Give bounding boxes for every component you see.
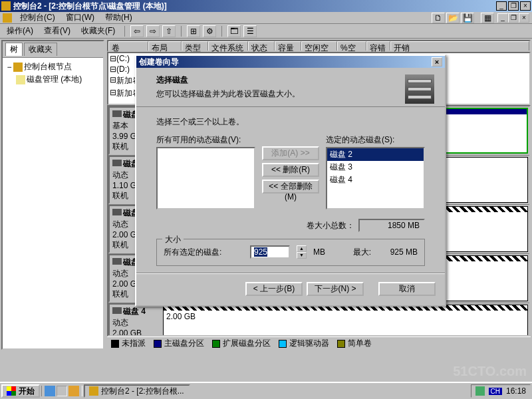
disk-volume[interactable]: 2.00 GB <box>163 305 528 336</box>
selected-disks-listbox[interactable]: 磁盘 2 磁盘 3 磁盘 4 <box>326 147 425 209</box>
tray-icon[interactable] <box>475 386 485 396</box>
nav-up[interactable]: ⇧ <box>162 25 176 37</box>
col-vol[interactable]: 卷 <box>108 41 148 51</box>
taskbar: 开始 控制台2 - [2:控制台根... CH 16:18 <box>0 382 532 399</box>
tb-fav[interactable]: 收藏夹(F) <box>77 25 119 37</box>
col-status[interactable]: 状态 <box>248 41 275 51</box>
back-button[interactable]: < 上一步(B) <box>245 282 303 296</box>
disk-icon <box>112 307 122 314</box>
add-button[interactable]: 添加(A) >> <box>262 146 319 160</box>
mdi-min[interactable]: _ <box>497 13 508 23</box>
desktop-icon[interactable] <box>57 386 67 396</box>
tb-view[interactable]: 查看(V) <box>40 25 74 37</box>
minimize-button[interactable]: _ <box>496 1 507 11</box>
tree-panel: 树 收藏夹 − 控制台根节点 磁盘管理 (本地) <box>1 40 104 350</box>
watermark: 51CTO.com <box>453 364 527 379</box>
col-pct[interactable]: %空闲 <box>337 41 366 51</box>
tree-root-label: 控制台根节点 <box>24 61 72 72</box>
windows-flag-icon <box>7 386 16 396</box>
taskbar-app-button[interactable]: 控制台2 - [2:控制台根... <box>84 384 190 398</box>
ie-icon[interactable] <box>45 386 55 396</box>
ime-indicator[interactable]: CH <box>489 388 502 395</box>
list-item[interactable]: 磁盘 3 <box>327 161 424 174</box>
open-icon[interactable]: 📂 <box>446 13 460 23</box>
legend-swatch <box>337 340 345 348</box>
disk-row: 磁盘 4 动态2.00 GB联机 2.00 GB <box>108 303 529 336</box>
outlook-icon[interactable] <box>68 386 79 396</box>
tb-refresh-icon[interactable]: ⊞ <box>187 25 200 37</box>
col-type[interactable]: 类型 <box>182 41 208 51</box>
save-icon[interactable]: 💾 <box>461 13 474 23</box>
size-spinner[interactable]: ▲▼ <box>297 245 307 259</box>
col-layout[interactable]: 布局 <box>148 41 182 51</box>
legend-swatch <box>279 340 287 348</box>
menu-help[interactable]: 帮助(H) <box>100 11 138 24</box>
nav-back[interactable]: ⇦ <box>130 25 144 37</box>
total-value: 1850 MB <box>358 219 425 232</box>
close-button[interactable]: × <box>520 1 531 11</box>
tab-tree[interactable]: 树 <box>5 43 23 56</box>
legend-swatch <box>111 340 119 348</box>
next-button[interactable]: 下一步(N) > <box>307 282 364 296</box>
dialog-title-text: 创建卷向导 <box>139 57 432 68</box>
newwin-icon[interactable]: ▦ <box>481 13 494 23</box>
tree-root[interactable]: − 控制台根节点 <box>5 61 100 73</box>
cancel-button[interactable]: 取消 <box>378 282 436 296</box>
available-disks-listbox[interactable] <box>156 147 255 209</box>
start-button[interactable]: 开始 <box>1 384 40 398</box>
dialog-subheading: 您可以选择磁盘并为此卷设置磁盘大小。 <box>156 88 405 100</box>
size-unit: MB <box>313 247 325 257</box>
list-item[interactable]: 磁盘 2 <box>327 148 424 161</box>
list-item[interactable]: 磁盘 4 <box>327 174 424 186</box>
mdi-close[interactable]: × <box>519 13 529 23</box>
app-icon <box>89 386 98 396</box>
all-disks-label: 所有选定的磁盘: <box>164 247 243 258</box>
dialog-instruction: 选择三个或三个以上卷。 <box>156 116 425 128</box>
size-group-label: 大小 <box>162 234 184 245</box>
col-fs[interactable]: 文件系统 <box>208 41 248 51</box>
col-oh[interactable]: 开销 <box>390 41 529 51</box>
volume-list-header: 卷 布局 类型 文件系统 状态 容量 空闲空间 %空闲 容错 开销 <box>107 40 531 52</box>
max-value: 925 MB <box>378 247 418 257</box>
col-cap[interactable]: 容量 <box>275 41 301 51</box>
total-label: 卷大小总数： <box>307 220 354 231</box>
legend: 未指派 主磁盘分区 扩展磁盘分区 逻辑驱动器 简单卷 <box>107 336 531 350</box>
new-icon[interactable]: 🗋 <box>432 13 445 23</box>
tree-disk-mgmt[interactable]: 磁盘管理 (本地) <box>16 73 100 86</box>
dialog-header: 选择磁盘 您可以选择磁盘并为此卷设置磁盘大小。 <box>136 68 445 107</box>
restore-button[interactable]: ❐ <box>508 1 519 11</box>
max-label: 最大: <box>353 247 371 258</box>
menu-window[interactable]: 窗口(W) <box>61 11 100 24</box>
window-title: 控制台2 - [2:控制台根节点\磁盘管理 (本地)] <box>13 1 496 12</box>
available-disks-label: 所有可用的动态磁盘(V): <box>156 134 255 146</box>
remove-all-button[interactable]: << 全部删除(M) <box>262 180 319 194</box>
disk-icon <box>112 209 122 215</box>
col-ft[interactable]: 容错 <box>366 41 390 51</box>
tb-action[interactable]: 操作(A) <box>3 25 37 37</box>
menu-console[interactable]: 控制台(C) <box>15 11 61 24</box>
tab-fav[interactable]: 收藏夹 <box>24 43 57 56</box>
main-titlebar: 控制台2 - [2:控制台根节点\磁盘管理 (本地)] _ ❐ × <box>0 0 532 12</box>
col-free[interactable]: 空闲空间 <box>301 41 337 51</box>
dialog-titlebar[interactable]: 创建卷向导 × <box>136 56 445 68</box>
clock[interactable]: 16:18 <box>506 386 526 396</box>
legend-swatch <box>154 340 162 348</box>
menubar: 控制台(C) 窗口(W) 帮助(H) 🗋 📂 💾 ▦ _ ❐ × <box>0 12 532 24</box>
app-icon <box>1 1 11 11</box>
action-toolbar: 操作(A) 查看(V) 收藏夹(F) ⇦ ⇨ ⇧ ⊞ ⚙ 🗔 ☰ <box>0 24 532 39</box>
dialog-close-button[interactable]: × <box>432 57 442 66</box>
tb-prop-icon[interactable]: ⚙ <box>203 25 216 37</box>
tb-help2-icon[interactable]: ☰ <box>243 25 257 37</box>
remove-button[interactable]: << 删除(R) <box>262 163 319 177</box>
disk-icon <box>112 160 122 166</box>
disk-info: 磁盘 4 动态2.00 GB联机 <box>108 303 162 336</box>
quick-launch <box>41 386 82 396</box>
doc-icon <box>3 13 12 23</box>
create-volume-wizard: 创建卷向导 × 选择磁盘 您可以选择磁盘并为此卷设置磁盘大小。 选择三个或三个以… <box>135 55 446 307</box>
dialog-heading: 选择磁盘 <box>156 74 405 86</box>
tb-settings-icon[interactable]: 🗔 <box>227 25 241 37</box>
tree-child-label: 磁盘管理 (本地) <box>27 74 82 85</box>
nav-fwd[interactable]: ⇨ <box>146 25 160 37</box>
size-input[interactable]: 925 <box>250 245 290 259</box>
mdi-restore[interactable]: ❐ <box>508 13 519 23</box>
